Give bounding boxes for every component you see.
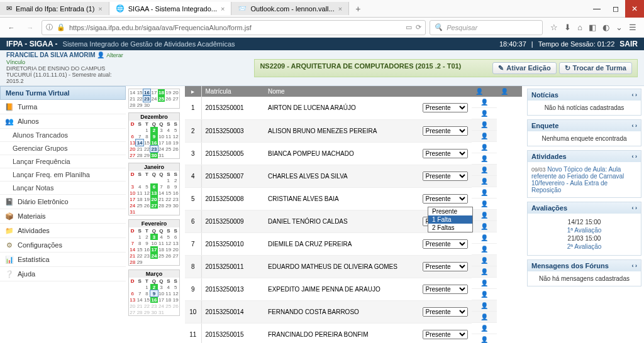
present-icon[interactable]: 👤 bbox=[480, 325, 488, 332]
browser-tab[interactable]: 🌐SIGAA - Sistema Integrado...× bbox=[109, 2, 232, 15]
present-icon[interactable]: 👤 bbox=[480, 121, 488, 128]
presence-select[interactable]: Presente bbox=[423, 103, 468, 112]
calendar-partial[interactable]: 14151617181920 21222324252627 282930 bbox=[128, 89, 180, 109]
present-icon[interactable]: 👤 bbox=[480, 280, 488, 286]
activate-edit-button[interactable]: ✎Ativar Edição bbox=[492, 62, 556, 74]
row-index: 1 bbox=[185, 97, 201, 119]
present-icon[interactable]: 👤 bbox=[480, 257, 488, 264]
present-icon[interactable]: 👤 bbox=[480, 302, 488, 309]
absent-icon[interactable]: 👤 bbox=[480, 110, 488, 117]
absent-icon[interactable]: 👤 bbox=[480, 246, 488, 253]
calendar-february[interactable]: Fevereiro DSTQQSS 123456 78910111213 141… bbox=[128, 219, 180, 266]
presence-select[interactable]: Presente bbox=[423, 285, 468, 294]
menu-diario[interactable]: 📓Diário Eletrônico bbox=[0, 195, 126, 209]
presence-select[interactable]: Presente bbox=[423, 307, 468, 317]
present-icon[interactable]: 👤 bbox=[480, 212, 488, 219]
menu-lancar-freq[interactable]: Lançar Frequência bbox=[0, 155, 126, 168]
menu-icon[interactable]: ☰ bbox=[629, 23, 636, 32]
present-icon[interactable]: 👤 bbox=[480, 99, 488, 106]
absent-icon[interactable]: 👤 bbox=[480, 155, 488, 162]
matricula-cell: 20153250001 bbox=[201, 97, 264, 119]
dropdown-option[interactable]: 1 Falta bbox=[428, 215, 472, 224]
presence-select[interactable]: Presente bbox=[423, 262, 468, 271]
menu-trancados[interactable]: Alunos Trancados bbox=[0, 129, 126, 142]
pocket-icon[interactable]: ⌄ bbox=[616, 23, 623, 32]
table-row: 320153250005BIANCA POMPEU MACHADOPresent… bbox=[185, 142, 522, 165]
menu-config[interactable]: ⚙Configurações bbox=[0, 238, 126, 253]
eval-link[interactable]: 2ª Avaliação bbox=[567, 243, 602, 250]
close-icon[interactable]: × bbox=[98, 5, 102, 13]
menu-materiais[interactable]: 📦Materiais bbox=[0, 209, 126, 224]
absent-icon[interactable]: 👤 bbox=[480, 200, 488, 207]
browser-tab[interactable]: ✉Email do Ifpa: Entrada (1)× bbox=[0, 2, 109, 15]
window-minimize-button[interactable]: — bbox=[587, 0, 606, 18]
present-icon[interactable]: 👤 bbox=[480, 189, 488, 196]
url-bar[interactable]: ⓘ 🔒 https://sigaa.ifpa.edu.br/sigaa/ava/… bbox=[42, 20, 426, 35]
menu-lancar-notas[interactable]: Lançar Notas bbox=[0, 182, 126, 195]
download-icon[interactable]: ⬇ bbox=[564, 23, 571, 32]
close-icon[interactable]: × bbox=[221, 5, 225, 13]
reader-icon[interactable]: ▭ bbox=[406, 23, 412, 31]
menu-ajuda[interactable]: ❔Ajuda bbox=[0, 267, 126, 281]
present-icon[interactable]: 👤 bbox=[480, 144, 488, 151]
logout-link[interactable]: SAIR bbox=[619, 40, 638, 48]
home-icon[interactable]: ⌂ bbox=[577, 23, 582, 32]
col-matricula[interactable]: Matrícula bbox=[201, 86, 264, 97]
presence-dropdown-open[interactable]: Presente 1 Falta 2 Faltas bbox=[428, 207, 473, 232]
new-tab-button[interactable]: + bbox=[349, 1, 367, 16]
col-nome[interactable]: Nome bbox=[264, 86, 419, 97]
tab-label: Email do Ifpa: Entrada (1) bbox=[16, 5, 94, 13]
presence-select[interactable]: Presente bbox=[423, 126, 468, 136]
calendar-march[interactable]: Março DSTQQSS 12345 6789101112 131415161… bbox=[128, 270, 180, 316]
dropdown-option[interactable]: Presente bbox=[428, 207, 472, 215]
box-icon: 📦 bbox=[5, 212, 14, 220]
collapse-icon[interactable]: ‹ › bbox=[632, 205, 638, 211]
menu-turma[interactable]: 📙Turma bbox=[0, 100, 126, 114]
absent-icon[interactable]: 👤 bbox=[480, 313, 488, 320]
present-icon[interactable]: 👤 bbox=[480, 234, 488, 241]
window-close-button[interactable]: ✕ bbox=[625, 0, 644, 18]
calendar-january[interactable]: Janeiro DSTQQSS 12 3456789 1011121314151… bbox=[128, 163, 180, 215]
menu-estatistica[interactable]: 📊Estatística bbox=[0, 253, 126, 267]
activity-link[interactable]: Novo Tópico de Aula: Aula referente ao F… bbox=[531, 166, 624, 193]
presence-select[interactable]: Presente bbox=[423, 330, 468, 339]
menu-grupos[interactable]: Gerenciar Grupos bbox=[0, 142, 126, 155]
absent-icon[interactable]: 👤 bbox=[480, 336, 488, 343]
panel-noticias: Notícias‹ › Não há notícias cadastradas bbox=[527, 89, 641, 116]
reload-icon[interactable]: ⟳ bbox=[416, 23, 421, 31]
collapse-icon[interactable]: ‹ › bbox=[632, 92, 638, 98]
calendar-december[interactable]: Dezembro DSTQQSS 12345 6789101112 131415… bbox=[128, 112, 180, 159]
browser-search[interactable]: 🔍Pesquisar bbox=[430, 20, 543, 35]
present-icon[interactable]: 👤 bbox=[480, 166, 488, 173]
absent-icon[interactable]: 👤 bbox=[480, 268, 488, 275]
present-all-icon[interactable]: 👤 bbox=[475, 88, 483, 95]
collapse-icon[interactable]: ‹ › bbox=[632, 122, 638, 129]
feed-icon[interactable]: ◧ bbox=[589, 23, 596, 32]
switch-class-button[interactable]: ↻Trocar de Turma bbox=[559, 62, 632, 74]
presence-select[interactable]: Presente bbox=[423, 172, 468, 181]
presence-select[interactable]: Presente bbox=[423, 194, 468, 204]
window-maximize-button[interactable]: ◻ bbox=[606, 0, 625, 18]
presence-select[interactable]: Presente bbox=[423, 149, 468, 158]
presence-select[interactable]: Presente bbox=[423, 239, 468, 249]
dropdown-option[interactable]: 2 Faltas bbox=[428, 224, 472, 232]
absent-icon[interactable]: 👤 bbox=[480, 291, 488, 298]
sync-icon[interactable]: ◐ bbox=[602, 23, 609, 32]
forward-button[interactable]: → bbox=[23, 20, 38, 35]
menu-alunos[interactable]: 👥Alunos bbox=[0, 114, 126, 129]
star-icon[interactable]: ☆ bbox=[550, 23, 558, 32]
eval-link[interactable]: 1ª Avaliação bbox=[567, 227, 602, 234]
back-button[interactable]: ← bbox=[4, 20, 19, 35]
menu-lancar-freq-plan[interactable]: Lançar Freq. em Planilha bbox=[0, 168, 126, 182]
col-index[interactable]: ▸ bbox=[185, 86, 201, 97]
collapse-icon[interactable]: ‹ › bbox=[632, 263, 638, 269]
menu-atividades[interactable]: 📁Atividades bbox=[0, 224, 126, 238]
table-row: 420153250007CHARLES ALVES DA SILVAPresen… bbox=[185, 165, 522, 187]
close-icon[interactable]: × bbox=[338, 5, 342, 13]
absent-icon[interactable]: 👤 bbox=[480, 223, 488, 230]
absent-icon[interactable]: 👤 bbox=[480, 178, 488, 185]
browser-tab[interactable]: 📨Outlook.com - lennon.vall...× bbox=[231, 2, 349, 15]
absent-all-icon[interactable]: 👤 bbox=[501, 88, 508, 95]
collapse-icon[interactable]: ‹ › bbox=[632, 153, 638, 160]
absent-icon[interactable]: 👤 bbox=[480, 133, 488, 139]
